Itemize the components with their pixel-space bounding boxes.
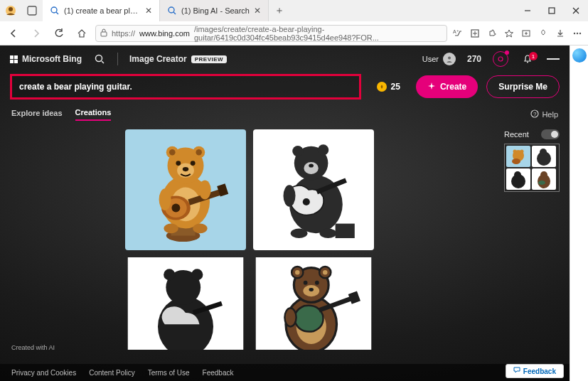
notifications-count: 1	[529, 52, 538, 60]
svg-point-21	[579, 32, 581, 33]
svg-point-58	[309, 163, 314, 167]
read-aloud-icon[interactable]: A⁺	[451, 27, 464, 40]
search-icon[interactable]	[93, 53, 106, 65]
footer: Privacy and Cookies Content Policy Terms…	[0, 364, 570, 381]
image-creator-app: Microsoft Bing Image Creator PREVIEW Use…	[0, 45, 570, 381]
back-button[interactable]	[4, 24, 23, 43]
recent-toggle[interactable]	[541, 129, 560, 139]
rewards-medal-icon[interactable]	[493, 51, 508, 67]
svg-point-25	[498, 57, 503, 61]
browser-titlebar: (1) create a bear playing guitar - ✕ (1)…	[0, 0, 588, 21]
brand-logo[interactable]: Microsoft Bing	[10, 54, 82, 64]
svg-rect-2	[28, 6, 36, 15]
more-menu-icon[interactable]	[571, 27, 584, 40]
prompt-input[interactable]	[19, 82, 352, 92]
svg-point-68	[164, 269, 175, 280]
svg-point-5	[169, 7, 174, 13]
svg-text:A⁺: A⁺	[453, 29, 459, 34]
footer-link-feedback[interactable]: Feedback	[203, 369, 234, 377]
footer-link-terms[interactable]: Terms of Use	[148, 369, 190, 377]
boosts-chip[interactable]: 25	[370, 74, 407, 100]
new-tab-button[interactable]: ＋	[269, 0, 290, 21]
svg-point-96	[514, 171, 521, 178]
tab-close-icon[interactable]: ✕	[254, 6, 261, 16]
svg-point-90	[512, 159, 520, 164]
svg-point-1	[9, 7, 13, 11]
result-tile[interactable]	[125, 129, 246, 250]
result-tile[interactable]	[253, 129, 374, 250]
svg-point-41	[191, 161, 196, 166]
rewards-points[interactable]: 270	[467, 54, 481, 64]
extensions-icon[interactable]	[486, 27, 498, 40]
help-label: Help	[542, 110, 558, 119]
svg-line-6	[173, 12, 176, 14]
notifications-button[interactable]: 1	[520, 54, 535, 64]
workspace: Recent	[0, 125, 570, 360]
feedback-button[interactable]: Feedback	[506, 364, 564, 378]
surprise-button[interactable]: Surprise Me	[486, 75, 560, 98]
add-page-icon[interactable]	[469, 27, 481, 40]
window-minimize-icon[interactable]	[515, 0, 540, 21]
recent-panel: Recent	[504, 129, 560, 350]
window-close-icon[interactable]	[564, 0, 588, 21]
svg-point-49	[199, 180, 211, 199]
svg-point-42	[183, 167, 189, 171]
bing-sidebar[interactable]	[570, 45, 588, 381]
refresh-button[interactable]	[50, 24, 68, 43]
svg-point-48	[159, 188, 171, 210]
tab-explore-ideas[interactable]: Explore ideas	[11, 109, 63, 120]
downloads-icon[interactable]	[554, 27, 567, 40]
svg-point-80	[304, 281, 308, 285]
address-bar[interactable]: https://www.bing.com/images/create/creat…	[95, 25, 447, 42]
prompt-box[interactable]	[10, 74, 361, 100]
recent-thumbnails	[504, 144, 560, 192]
svg-point-63	[291, 228, 308, 238]
help-link[interactable]: ? Help	[530, 109, 558, 119]
home-button[interactable]	[73, 24, 91, 43]
svg-point-57	[304, 162, 318, 174]
surprise-button-label: Surprise Me	[498, 82, 547, 92]
svg-point-81	[315, 281, 319, 285]
recent-thumbnail[interactable]	[506, 168, 530, 190]
window-maximize-icon[interactable]	[540, 0, 564, 21]
svg-point-37	[169, 149, 176, 156]
svg-point-50	[164, 224, 178, 234]
footer-link-content-policy[interactable]: Content Policy	[89, 369, 134, 377]
product-name-group[interactable]: Image Creator PREVIEW	[129, 54, 227, 64]
recent-heading: Recent	[504, 130, 529, 139]
svg-point-82	[309, 288, 314, 291]
svg-point-20	[577, 32, 578, 33]
create-button[interactable]: Create	[416, 75, 478, 98]
collections-icon[interactable]	[520, 27, 533, 40]
feedback-label: Feedback	[523, 367, 556, 375]
svg-point-93	[540, 149, 547, 156]
tab-creations[interactable]: Creations	[75, 108, 112, 121]
recent-thumbnail[interactable]	[532, 146, 556, 167]
recent-thumbnail[interactable]	[532, 168, 556, 190]
svg-point-88	[513, 150, 517, 154]
recent-thumbnail[interactable]	[506, 146, 530, 167]
product-name: Image Creator	[129, 54, 187, 64]
bing-chat-icon[interactable]	[572, 48, 587, 63]
user-chip[interactable]: User	[422, 53, 456, 65]
tabs-overview-icon[interactable]	[21, 0, 43, 21]
menu-button[interactable]	[547, 53, 560, 65]
footer-link-privacy[interactable]: Privacy and Cookies	[11, 369, 76, 377]
forward-button[interactable]	[27, 24, 46, 43]
profile-icon[interactable]	[0, 0, 21, 21]
svg-point-51	[193, 224, 207, 234]
boost-coin-icon	[377, 82, 387, 92]
tab-strip: (1) create a bear playing guitar - ✕ (1)…	[43, 0, 515, 21]
browser-tab[interactable]: (1) Bing AI - Search ✕	[160, 0, 269, 21]
svg-point-19	[574, 32, 575, 33]
browser-tab-active[interactable]: (1) create a bear playing guitar - ✕	[43, 0, 160, 21]
svg-rect-8	[549, 8, 555, 14]
ai-watermark: Created with AI	[11, 344, 55, 351]
svg-point-22	[96, 55, 102, 62]
favorites-icon[interactable]	[503, 27, 515, 40]
help-icon: ?	[530, 109, 539, 119]
rewards-icon[interactable]	[537, 27, 550, 40]
result-tile[interactable]	[125, 257, 246, 350]
result-tile[interactable]	[253, 257, 374, 350]
tab-close-icon[interactable]: ✕	[145, 6, 152, 16]
